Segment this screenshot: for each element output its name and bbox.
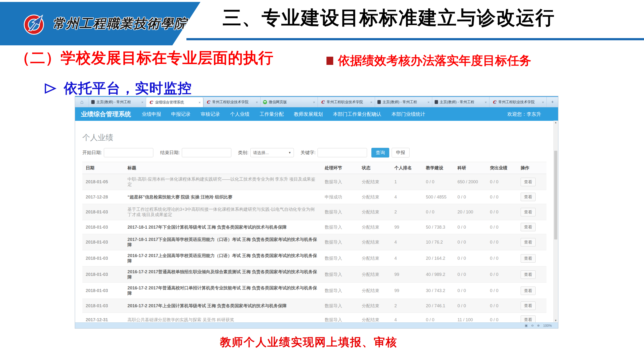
view-button[interactable]: 查看 [520, 178, 536, 186]
tab-label: 业绩综合管理系统 [155, 100, 197, 105]
view-button[interactable]: 查看 [520, 208, 536, 216]
column-header: 状态 [358, 162, 391, 174]
cell-title: 2016-17-2 2017普通高校单独招生职业倾向及综合素质测试 王梅 负责各… [124, 266, 322, 283]
zoom-level[interactable]: 100% [543, 324, 552, 328]
nav-item[interactable]: 本部门工作量分配确认 [333, 111, 381, 117]
cell-action: 查看 [517, 313, 546, 323]
zoom-out-icon[interactable]: ⊖ [531, 324, 534, 327]
column-header: 日期 [82, 162, 124, 174]
cell-status: 分配结束 [358, 250, 391, 266]
nav-item[interactable]: 审核记录 [201, 111, 220, 117]
scroll-down-icon[interactable]: ▼ [554, 319, 558, 322]
tab-close-icon[interactable]: × [141, 100, 144, 104]
view-button[interactable]: 查看 [520, 254, 536, 263]
query-button[interactable]: 查询 [372, 148, 389, 158]
cell-date: 2018-01-03 [82, 250, 124, 266]
view-button[interactable]: 查看 [520, 316, 536, 323]
browser-tab[interactable]: 常州工程职业技术学院 × [318, 97, 375, 107]
start-date-input[interactable] [104, 148, 153, 157]
table-header-row: 日期标题处理环节状态个人排名教学建设科研突出业绩操作 [82, 162, 546, 174]
cell-outstanding: 0 / 0 [486, 266, 517, 283]
slide-caption: 教师个人业绩实现网上填报、审核 [0, 335, 631, 350]
browser-tab[interactable]: 微信网页版 × [260, 97, 318, 107]
cell-title: 2017-18-1 2017下全国高等学校英语应用能力（口语）考试 王梅 负责各… [124, 234, 322, 250]
view-button[interactable]: 查看 [520, 270, 536, 279]
tab-close-icon[interactable]: × [198, 100, 201, 104]
zoom-in-icon[interactable]: ⊕ [537, 324, 540, 327]
cell-date: 2018-01-03 [82, 204, 124, 220]
nav-item[interactable]: 工作量分配 [260, 111, 284, 117]
cell-stage: 数据导入 [322, 266, 358, 283]
end-date-input[interactable] [182, 148, 231, 157]
view-button[interactable]: 查看 [520, 287, 536, 295]
cell-action: 查看 [517, 283, 546, 299]
browser-tab[interactable]: 业绩综合管理系统 × [146, 97, 203, 107]
keyword-input[interactable] [318, 148, 367, 157]
keyword-label: 关键字: [301, 150, 316, 156]
cell-outstanding: 0 / 0 [486, 250, 517, 266]
tab-close-icon[interactable]: × [542, 100, 544, 104]
nav-item[interactable]: 个人业绩 [230, 111, 250, 117]
category-value: 请选择... [253, 150, 269, 156]
view-button[interactable]: 查看 [520, 223, 536, 231]
cell-date: 2018-01-03 [82, 299, 124, 313]
cell-status: 分配结束 [358, 266, 391, 283]
table-row: 2018-01-03 2016-17-2 2017年普通高校对口单招计算机类专业… [82, 283, 546, 299]
cell-outstanding: 0 / 0 [486, 174, 517, 190]
app-navbar: 业绩综合管理系统 业绩申报 申报记录 审核记录 个人业绩 工作量分配 教师发展规… [75, 107, 558, 121]
end-date-label: 结束日期: [160, 150, 180, 156]
cell-status: 分配结束 [358, 220, 391, 234]
cell-stage: 数据导入 [322, 174, 358, 190]
tab-close-icon[interactable]: × [428, 100, 430, 104]
tab-close-icon[interactable]: × [313, 100, 315, 104]
cell-teaching: 0 / 0 [422, 313, 454, 323]
section-heading: （二）学校发展目标在专业层面的执行 [15, 48, 274, 68]
new-tab-button[interactable]: + [547, 97, 558, 107]
tab-favicon [206, 100, 210, 104]
cell-research: 0 / 0 [454, 250, 487, 266]
school-name: 常州工程職業技術學院 [52, 15, 188, 32]
browser-tab[interactable]: 常州工程职业技术学院 × [203, 97, 260, 107]
cell-action: 查看 [517, 190, 546, 204]
cell-title: 中职-高职-应用本科一体化课程体系构建实践研究——以化工技术类专业为例 李东升 … [124, 174, 322, 190]
tab-close-icon[interactable]: × [485, 100, 487, 104]
app-brand[interactable]: 业绩综合管理系统 [81, 110, 131, 118]
nav-item[interactable]: 申报记录 [171, 111, 190, 117]
school-banner: 常州工程職業技術學院 [0, 2, 200, 45]
bullet-row: 依托平台，实时监控 [44, 79, 192, 98]
cell-rank: 1 [391, 174, 422, 190]
chevron-down-icon: ▼ [288, 151, 291, 154]
vertical-scrollbar[interactable]: ▲ ▼ [554, 121, 558, 322]
browser-tab[interactable]: 主页(教师) - 常州工程 × [375, 97, 432, 107]
bullet-text: 依托平台，实时监控 [64, 79, 192, 98]
browser-tab[interactable]: 主页(教师) - 常州工程 × [432, 97, 490, 107]
view-button[interactable]: 查看 [520, 238, 536, 246]
tab-favicon [435, 100, 438, 104]
browser-tab[interactable]: 主页(教师) - 常州工程 × [89, 97, 146, 107]
cell-outstanding: 0 / 0 [486, 204, 517, 220]
cell-status: 分配结束 [358, 174, 391, 190]
tabs-container: 主页(教师) - 常州工程 × 业绩综合管理系统 × 常州工程职业技术学院 × [89, 97, 547, 107]
nav-item[interactable]: 教师发展规划 [294, 111, 323, 117]
browser-tab[interactable]: 常州工程职业技术学院 × [490, 97, 547, 107]
scrollbar-thumb[interactable] [554, 151, 557, 239]
cell-status: 分配结束 [358, 234, 391, 250]
view-button[interactable]: 查看 [520, 193, 536, 201]
home-button[interactable]: ⌂ [75, 97, 89, 107]
column-header: 处理环节 [322, 162, 358, 174]
tab-close-icon[interactable]: × [370, 100, 372, 104]
category-select[interactable]: 请选择... ▼ [250, 148, 294, 157]
nav-item[interactable]: 业绩申报 [142, 111, 161, 117]
scroll-up-icon[interactable]: ▲ [554, 121, 558, 124]
browser-tab-bar: ⌂ 主页(教师) - 常州工程 × 业绩综合管理系统 × 常州工程职业技 [75, 96, 558, 107]
tab-label: 常州工程职业技术学院 [498, 100, 540, 104]
declare-button[interactable]: 申报 [392, 148, 410, 158]
cell-outstanding: 0 / 0 [486, 190, 517, 204]
tab-close-icon[interactable]: × [256, 100, 258, 104]
column-header: 操作 [517, 162, 546, 174]
cell-title: 2016-17-2 2017年普通高校对口单招计算机类专业技能考试 王梅 负责各… [124, 283, 322, 299]
nav-item[interactable]: 本部门业绩统计 [392, 111, 425, 117]
view-button[interactable]: 查看 [520, 302, 536, 310]
cell-research: 0 / 0 [454, 299, 487, 313]
shield-icon[interactable]: ▣ [525, 324, 528, 327]
